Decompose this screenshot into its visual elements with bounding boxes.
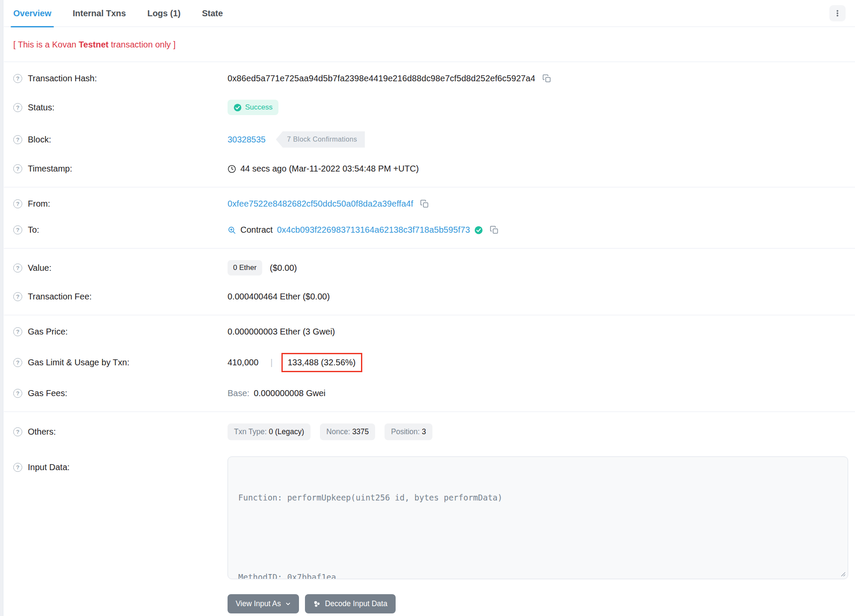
txn-type-badge-value: 0 (Legacy) [269,427,304,436]
transaction-fee-value: 0.000400464 Ether ($0.00) [228,292,330,302]
input-data-scroll-area[interactable]: Function: performUpkeep(uint256 id, byte… [228,457,848,579]
copy-icon[interactable] [542,74,551,83]
help-icon[interactable] [13,389,22,398]
copy-icon[interactable] [420,199,429,208]
decode-input-data-label: Decode Input Data [325,599,388,608]
gas-limit-value: 410,000 [228,358,258,367]
help-icon[interactable] [13,292,22,301]
block-confirmations-badge: 7 Block Confirmations [276,131,365,148]
txn-type-badge: Txn Type: 0 (Legacy) [228,424,311,440]
help-icon[interactable] [13,103,22,112]
status-badge: Success [228,100,278,115]
transaction-fee-label: Transaction Fee: [28,292,92,302]
input-data-label: Input Data: [28,462,70,472]
help-icon[interactable] [13,225,22,234]
gas-usage-value: 133,488 (32.56%) [288,358,356,367]
others-label: Others: [28,427,56,437]
verified-check-icon [474,226,483,234]
block-row: Block: 30328535 7 Block Confirmations [4,123,855,156]
input-function-line: Function: performUpkeep(uint256 id, byte… [238,491,837,504]
testnet-notice-prefix: [ This is a Kovan [13,40,79,49]
transaction-fee-row: Transaction Fee: 0.000400464 Ether ($0.0… [4,284,855,310]
position-badge-label: Position: [391,427,422,436]
blank-line [238,531,837,544]
help-icon[interactable] [13,135,22,144]
position-badge-value: 3 [422,427,426,436]
block-number-link[interactable]: 30328535 [228,135,266,145]
to-row: To: Contract 0x4cb093f226983713164a62138… [4,217,855,243]
gas-price-row: Gas Price: 0.000000003 Ether (3 Gwei) [4,319,855,345]
transaction-hash-value: 0x86ed5a771e725aa94d5b7fa2398e4419e216d8… [228,74,535,83]
nonce-badge-value: 3375 [352,427,369,436]
tab-logs[interactable]: Logs (1) [147,0,180,27]
help-icon[interactable] [13,264,22,272]
status-label: Status: [28,103,54,113]
decode-input-data-button[interactable]: Decode Input Data [305,594,396,613]
from-row: From: 0xfee7522e8482682cf50ddc50a0f8da2a… [4,191,855,217]
zoom-in-icon[interactable] [228,226,236,234]
gas-price-label: Gas Price: [28,327,68,337]
value-usd: ($0.00) [270,263,297,273]
check-circle-icon [234,104,242,112]
timestamp-value: 44 secs ago (Mar-11-2022 03:54:48 PM +UT… [240,164,419,174]
help-icon[interactable] [13,463,22,472]
timestamp-label: Timestamp: [28,164,72,174]
help-icon[interactable] [13,358,22,367]
testnet-notice-suffix: transaction only ] [109,40,176,49]
gas-separator: | [270,358,272,367]
value-label: Value: [28,263,51,273]
transaction-hash-row: Transaction Hash: 0x86ed5a771e725aa94d5b… [4,65,855,92]
others-row: Others: Txn Type: 0 (Legacy) Nonce: 3375… [4,415,855,448]
view-input-as-label: View Input As [236,599,281,608]
to-type-text: Contract [240,225,273,235]
tab-bar: Overview Internal Txns Logs (1) State [4,0,855,27]
gas-fees-row: Gas Fees: Base: 0.000000008 Gwei [4,380,855,406]
testnet-notice: [ This is a Kovan Testnet transaction on… [4,27,855,50]
copy-icon[interactable] [490,225,499,234]
gas-fees-base-label: Base: [228,388,249,398]
block-label: Block: [28,135,51,145]
view-input-as-button[interactable]: View Input As [228,594,299,613]
gas-limit-row: Gas Limit & Usage by Txn: 410,000 | 133,… [4,345,855,380]
value-badge: 0 Ether [228,260,262,275]
gas-price-value: 0.000000003 Ether (3 Gwei) [228,327,335,337]
tab-overview[interactable]: Overview [13,0,51,27]
value-row: Value: 0 Ether ($0.00) [4,252,855,284]
to-address-link[interactable]: 0x4cb093f226983713164a62138c3f718a5b595f… [277,225,470,235]
gas-limit-label: Gas Limit & Usage by Txn: [28,358,130,367]
input-methodid-line: MethodID: 0x7bbaf1ea [238,571,837,579]
tab-internal-txns[interactable]: Internal Txns [73,0,126,27]
position-badge: Position: 3 [385,424,432,440]
status-badge-text: Success [245,103,272,112]
input-data-row: Input Data: Function: performUpkeep(uint… [4,448,855,587]
chevron-down-icon [285,601,291,607]
from-address-link[interactable]: 0xfee7522e8482682cf50ddc50a0f8da2a39effa… [228,199,413,209]
page-left-gutter [0,0,3,616]
help-icon[interactable] [13,199,22,208]
help-icon[interactable] [13,74,22,83]
gas-fees-base-value: 0.000000008 Gwei [254,388,325,398]
input-data-actions: View Input As Decode Input Data [4,587,855,616]
input-data-box[interactable]: Function: performUpkeep(uint256 id, byte… [228,456,848,579]
timestamp-row: Timestamp: 44 secs ago (Mar-11-2022 03:5… [4,156,855,182]
txn-type-badge-label: Txn Type: [234,427,269,436]
clock-icon [228,165,236,173]
nonce-badge-label: Nonce: [326,427,352,436]
kebab-icon [834,9,841,17]
from-label: From: [28,199,50,209]
transaction-hash-label: Transaction Hash: [28,74,97,83]
transaction-overview-card: Overview Internal Txns Logs (1) State [ … [4,0,855,616]
testnet-notice-bold: Testnet [79,40,109,49]
help-icon[interactable] [13,427,22,436]
status-row: Status: Success [4,92,855,123]
resize-handle-icon[interactable] [840,571,846,577]
nonce-badge: Nonce: 3375 [320,424,375,440]
to-label: To: [28,225,39,235]
more-options-button[interactable] [829,5,846,21]
gas-usage-annotation-box: 133,488 (32.56%) [281,353,362,372]
help-icon[interactable] [13,327,22,336]
decode-icon [313,600,321,608]
tab-state[interactable]: State [202,0,223,27]
gas-fees-label: Gas Fees: [28,388,67,398]
help-icon[interactable] [13,164,22,173]
